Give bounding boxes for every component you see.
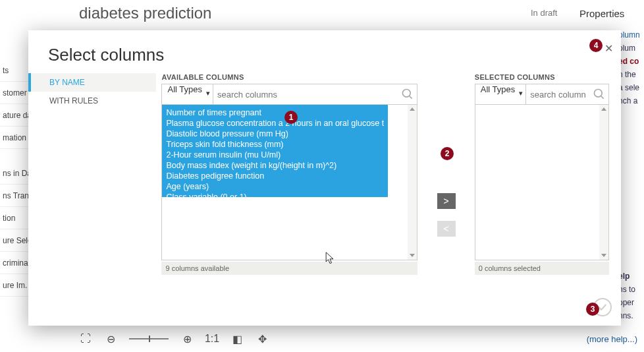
annotation-marker: 4 <box>589 39 603 52</box>
zoom-slider[interactable] <box>129 338 169 339</box>
available-search-input[interactable] <box>213 84 398 104</box>
scrollbar[interactable] <box>408 105 417 260</box>
close-icon[interactable]: ✕ <box>604 42 613 55</box>
selected-count: 0 columns selected <box>475 262 609 275</box>
scrollbar[interactable] <box>599 105 608 260</box>
selected-search-input[interactable] <box>526 84 590 104</box>
svg-point-0 <box>403 90 411 98</box>
experiment-title: diabetes prediction <box>79 4 211 22</box>
list-item[interactable]: Number of times pregnant <box>166 107 384 118</box>
draft-status: In draft <box>531 8 557 18</box>
selected-type-select[interactable]: All Types <box>475 84 527 104</box>
svg-point-2 <box>595 90 603 98</box>
text-fragment: ed co <box>618 57 644 66</box>
text-fragment: n the <box>618 70 644 79</box>
list-item[interactable]: Class variable (0 or 1) <box>166 192 384 197</box>
text-fragment: ns to <box>618 285 644 294</box>
pan-icon[interactable]: ✥ <box>255 332 269 345</box>
list-item[interactable]: Diastolic blood pressure (mm Hg) <box>166 129 384 139</box>
svg-line-3 <box>601 96 604 99</box>
properties-header: Properties <box>579 8 640 19</box>
add-column-button[interactable]: > <box>437 193 456 209</box>
annotation-marker: 1 <box>284 111 298 124</box>
list-item[interactable]: Plasma glucose concentration a 2 hours i… <box>166 118 384 129</box>
select-columns-dialog: Select columns ✕ BY NAME WITH RULES AVAI… <box>28 30 621 326</box>
zoom-in-icon[interactable]: ⊕ <box>180 332 194 345</box>
list-item[interactable]: 2-Hour serum insulin (mu U/ml) <box>166 150 384 160</box>
list-item[interactable]: Age (years) <box>166 181 384 192</box>
actual-size-icon[interactable]: 1:1 <box>205 332 219 345</box>
search-icon[interactable] <box>590 88 608 101</box>
available-count: 9 columns available <box>161 262 417 275</box>
annotation-marker: 2 <box>441 147 454 160</box>
selected-label: SELECTED COLUMNS <box>475 73 609 81</box>
cursor-icon <box>325 252 335 265</box>
available-type-select[interactable]: All Types <box>162 84 213 104</box>
selected-columns-list[interactable] <box>475 105 599 260</box>
text-fragment: nns. <box>618 311 644 320</box>
tab-with-rules[interactable]: WITH RULES <box>28 92 156 110</box>
fit-icon[interactable]: ⛶ <box>79 332 92 345</box>
selected-panel: SELECTED COLUMNS All Types 0 columns sel… <box>475 73 609 297</box>
minimap-icon[interactable]: ◧ <box>230 332 244 345</box>
text-fragment: olumn <box>618 30 644 40</box>
available-columns-list[interactable]: Number of times pregnant Plasma glucose … <box>162 105 388 197</box>
remove-column-button[interactable]: < <box>437 221 456 237</box>
available-label: AVAILABLE COLUMNS <box>161 73 417 81</box>
text-fragment: nch a <box>618 96 644 105</box>
dialog-title: Select columns <box>48 45 609 65</box>
text-fragment: a sele <box>618 83 644 92</box>
available-panel: AVAILABLE COLUMNS All Types Number of ti… <box>161 73 417 297</box>
bg-right-list: olumn olum ed co n the a sele nch a elp … <box>618 26 644 324</box>
search-icon[interactable] <box>398 88 417 101</box>
list-item[interactable]: Diabetes pedigree function <box>166 171 384 181</box>
list-item[interactable]: Triceps skin fold thickness (mm) <box>166 139 384 150</box>
more-help-link[interactable]: (more help...) <box>587 334 637 344</box>
tab-by-name[interactable]: BY NAME <box>28 73 156 92</box>
list-item[interactable]: Body mass index (weight in kg/(height in… <box>166 160 384 171</box>
zoom-out-icon[interactable]: ⊖ <box>104 332 117 345</box>
text-fragment: elp <box>618 272 644 281</box>
text-fragment: olum <box>618 44 644 53</box>
svg-line-1 <box>410 96 412 99</box>
canvas-toolbar: ⛶ ⊖ ⊕ 1:1 ◧ ✥ <box>79 330 269 348</box>
annotation-marker: 3 <box>586 303 599 316</box>
dialog-side-menu: BY NAME WITH RULES <box>28 73 156 297</box>
text-fragment: oper <box>618 298 644 307</box>
